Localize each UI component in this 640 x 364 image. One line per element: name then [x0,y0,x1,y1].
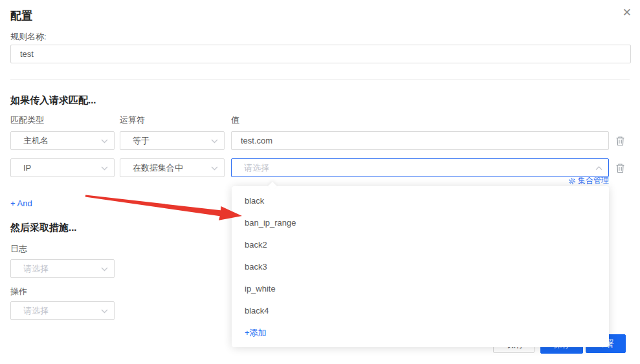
dropdown-add-option[interactable]: +添加 [232,322,609,344]
close-icon[interactable]: ✕ [623,7,632,18]
operation-select[interactable]: 请选择 [10,301,115,320]
trash-icon [615,136,625,146]
match-type-select-row1[interactable]: 主机名 [10,131,115,150]
chevron-down-icon [211,139,218,144]
chevron-down-icon [211,166,218,171]
gear-icon [568,177,576,185]
dialog-title: 配置 [10,8,32,23]
delete-row1-button[interactable] [614,135,626,147]
value-placeholder-row2: 请选择 [244,162,269,174]
delete-row2-button[interactable] [614,162,626,174]
dropdown-option[interactable]: ip_white [232,278,609,300]
chevron-down-icon [101,166,108,171]
match-type-value-row2: IP [23,163,31,173]
dropdown-option[interactable]: ban_ip_range [232,212,609,234]
rule-name-input[interactable] [10,45,631,63]
chevron-down-icon [101,267,108,272]
column-label-value: 值 [231,114,239,126]
value-multiselect-row2[interactable]: 请选择 [231,158,609,177]
chevron-down-icon [101,309,108,314]
operator-select-row1[interactable]: 等于 [120,131,225,150]
log-select[interactable]: 请选择 [10,259,115,278]
column-label-type: 匹配类型 [10,114,44,126]
column-label-operator: 运算符 [120,114,145,126]
operator-value-row2: 在数据集合中 [133,162,183,174]
collection-manage-link[interactable]: 集合管理 [568,175,609,186]
dropdown-option[interactable]: black4 [232,300,609,322]
operation-placeholder: 请选择 [23,305,49,317]
dropdown-caret [268,182,277,191]
match-type-select-row2[interactable]: IP [10,158,115,177]
chevron-up-icon [595,166,602,171]
log-placeholder: 请选择 [23,263,49,275]
match-section-heading: 如果传入请求匹配... [10,94,96,107]
operator-value-row1: 等于 [133,135,149,147]
dataset-dropdown: black ban_ip_range back2 back3 ip_white … [232,186,609,347]
collection-manage-label: 集合管理 [578,175,609,186]
dropdown-option[interactable]: back2 [232,234,609,256]
dropdown-option[interactable]: back3 [232,256,609,278]
dropdown-option[interactable]: black [232,190,609,212]
operator-select-row2[interactable]: 在数据集合中 [120,158,225,177]
chevron-down-icon [101,139,108,144]
value-input-row1[interactable] [231,131,609,150]
add-and-condition-link[interactable]: + And [10,198,32,208]
log-label: 日志 [10,243,27,255]
trash-icon [615,163,625,173]
rule-name-label: 规则名称: [10,31,47,43]
operation-label: 操作 [10,286,27,297]
action-section-heading: 然后采取措施... [10,222,77,234]
section-divider [10,79,630,80]
match-type-value-row1: 主机名 [23,135,49,147]
